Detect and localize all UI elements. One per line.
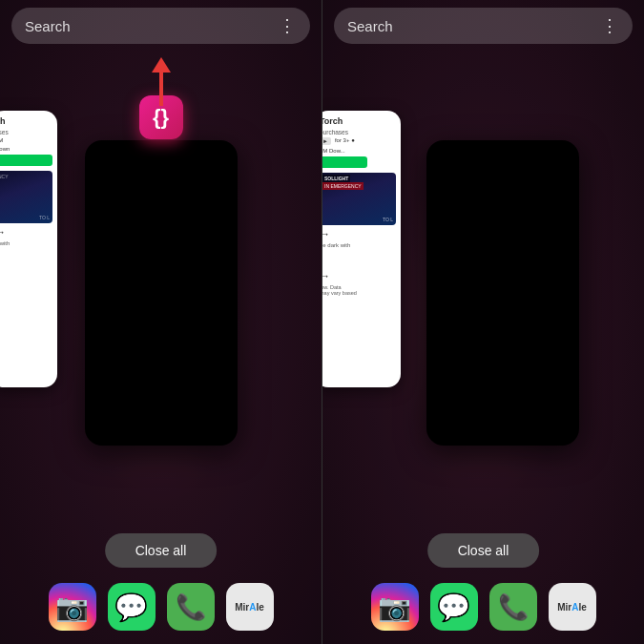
phone-icon-right: 📞 [498, 592, 529, 622]
card-area-right: Torch purchases ► for 3+ ● 5M Dow... SOL… [322, 55, 644, 530]
dock-instagram-right[interactable]: 📷 [371, 583, 419, 631]
partial-img-right: SOLLIGHT IN EMERGENCY TO L [322, 173, 396, 225]
partial-card-right-left[interactable]: Torch purchases ► for 3+ ● 5M Dow... SOL… [322, 111, 401, 387]
partial-card-left[interactable]: ch ases 5M Down NCY TO L → k with [0, 111, 57, 387]
whatsapp-icon-left: 💬 [114, 592, 148, 623]
partial-down-right: 5M Dow... [322, 148, 396, 154]
search-bar-right[interactable]: Search ⋮ [334, 8, 633, 44]
panel-right: Search ⋮ Torch purchases ► for 3+ ● 5M D… [322, 0, 644, 644]
partial-label-right: purchases [322, 129, 396, 135]
partial-arrow2-right: → [322, 270, 396, 281]
instagram-icon-right: 📷 [378, 592, 411, 623]
partial-sub-left: k with [0, 240, 52, 246]
partial-img-left: NCY TO L [0, 171, 52, 223]
partial-title-left: ch [0, 116, 52, 126]
instagram-icon-left: 📷 [55, 592, 89, 623]
dock-phone-right[interactable]: 📞 [489, 583, 537, 631]
miracle-label-right: MirAle [557, 602, 587, 613]
partial-arrow-right: → [322, 228, 396, 239]
dock-miracle-left[interactable]: MirAle [226, 583, 274, 631]
bottom-dock-right: 📷 💬 📞 MirAle [322, 583, 644, 631]
partial-green-right [322, 156, 367, 168]
partial-badge2-left: Down [0, 146, 52, 152]
partial-badge-right: ► [322, 137, 331, 145]
search-label-left: Search [25, 18, 279, 34]
partial-arrow-left: → [0, 226, 52, 238]
dock-whatsapp-right[interactable]: 💬 [430, 583, 478, 631]
dock-phone-left[interactable]: 📞 [167, 583, 215, 631]
search-bar-left[interactable]: Search ⋮ [11, 8, 310, 44]
three-dots-left[interactable]: ⋮ [279, 15, 297, 36]
search-label-right: Search [347, 18, 601, 34]
panel-left: Search ⋮ {} ch ases 5M Down NCY TO L → k [0, 0, 322, 644]
arrow-shaft [159, 73, 163, 106]
partial-sub3-right: may vary based [322, 290, 396, 296]
partial-title-right: Torch [322, 116, 396, 126]
three-dots-right[interactable]: ⋮ [601, 15, 619, 36]
phone-icon-left: 📞 [176, 592, 206, 622]
dock-whatsapp-left[interactable]: 💬 [108, 583, 156, 631]
miracle-label-left: MirAle [235, 602, 264, 613]
close-all-button-right[interactable]: Close all [427, 533, 540, 568]
dock-instagram-left[interactable]: 📷 [49, 583, 96, 631]
partial-badge-left: 5M [0, 137, 52, 143]
main-phone-card-right[interactable] [426, 140, 579, 446]
partial-green-btn-left [0, 155, 52, 166]
swipe-arrow [152, 57, 171, 106]
whatsapp-icon-right: 💬 [437, 592, 470, 623]
close-all-button-left[interactable]: Close all [105, 533, 218, 568]
partial-label-left: ases [0, 129, 52, 135]
partial-rating-right: for 3+ ● [335, 137, 355, 145]
main-phone-card-left[interactable] [85, 140, 238, 446]
app-icon-symbol: {} [153, 105, 169, 130]
dock-miracle-right[interactable]: MirAle [549, 583, 596, 631]
bottom-dock-left: 📷 💬 📞 MirAle [0, 583, 322, 631]
arrow-head-icon [152, 57, 171, 73]
